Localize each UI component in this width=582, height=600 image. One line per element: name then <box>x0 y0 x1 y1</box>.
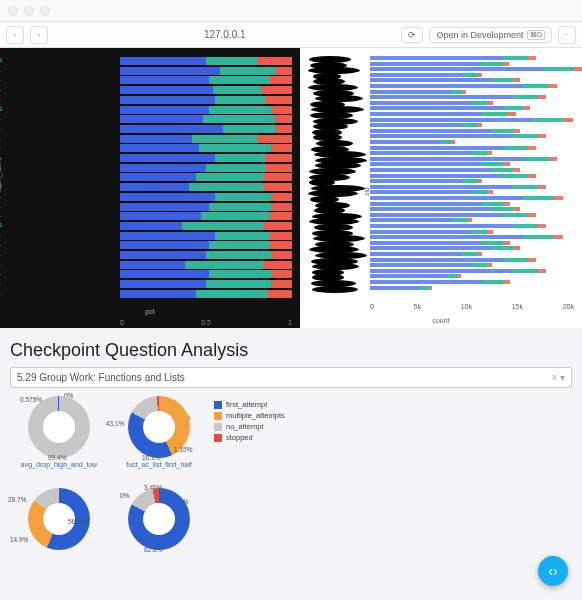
zoom-dot[interactable] <box>40 6 50 16</box>
minimize-dot[interactable] <box>24 6 34 16</box>
count-xlabel: count <box>432 317 449 324</box>
donut-bl[interactable]: 28.7% 14.9% 56.3% <box>14 488 104 553</box>
page-content: short_name 5.16 Write Code Questions5.17… <box>0 48 582 600</box>
overflow-button[interactable]: ⋯ <box>558 26 576 44</box>
donut-legend: first_attempt multiple_attempts no_attem… <box>214 396 334 468</box>
donut-row: 0.575% 0% 99.4% avg_drop_high_and_low 43… <box>0 396 582 553</box>
forward-button[interactable]: › <box>30 26 48 44</box>
browser-toolbar: ‹ › 127.0.0.1 ⟳ Open in Development ⌘O ⋯ <box>0 22 582 48</box>
donut-fuct-ac-label: fuct_ac_list_first_half <box>114 461 204 468</box>
stacked-pct-chart[interactable]: short_name 5.16 Write Code Questions5.17… <box>0 48 300 328</box>
dropdown-selected: 5.29 Group Work: Functions and Lists <box>17 372 185 383</box>
close-dot[interactable] <box>8 6 18 16</box>
stacked-pct-xlabel: pct <box>145 308 154 315</box>
donut-fuct-ac[interactable]: 43.1% 39.7% 16.1% 1.15% fuct_ac_list_fir… <box>114 396 204 468</box>
refresh-button[interactable]: ⟳ <box>401 27 423 43</box>
redacted-sid-labels <box>304 56 366 294</box>
traffic-lights <box>8 6 50 16</box>
top-charts-row: short_name 5.16 Write Code Questions5.17… <box>0 48 582 328</box>
donut-br[interactable]: 3.45% 13.8% 0% 82.8% <box>114 488 204 553</box>
question-dropdown[interactable]: 5.29 Group Work: Functions and Lists × ▾ <box>10 367 572 388</box>
count-xaxis: 05k10k15k20k <box>370 303 574 310</box>
stacked-pct-xaxis: 00.51 <box>120 319 292 326</box>
back-button[interactable]: ‹ <box>6 26 24 44</box>
dropdown-clear-icon[interactable]: × ▾ <box>551 372 565 383</box>
address-bar[interactable]: 127.0.0.1 <box>54 29 395 40</box>
window-titlebar <box>0 0 582 22</box>
fab-glyph: ‹› <box>548 563 557 579</box>
open-in-dev-button[interactable]: Open in Development ⌘O <box>429 27 552 43</box>
donut-avg-drop-label: avg_drop_high_and_low <box>14 461 104 468</box>
donut-avg-drop[interactable]: 0.575% 0% 99.4% avg_drop_high_and_low <box>14 396 104 468</box>
open-in-dev-label: Open in Development <box>436 30 523 40</box>
count-chart[interactable]: sid 05k10k15k20k count <box>300 48 582 328</box>
section-title: Checkpoint Question Analysis <box>0 328 582 367</box>
count-ylabel: sid <box>363 187 370 195</box>
kbd-icon: ⌘O <box>527 30 545 40</box>
dev-fab-button[interactable]: ‹› <box>538 556 568 586</box>
